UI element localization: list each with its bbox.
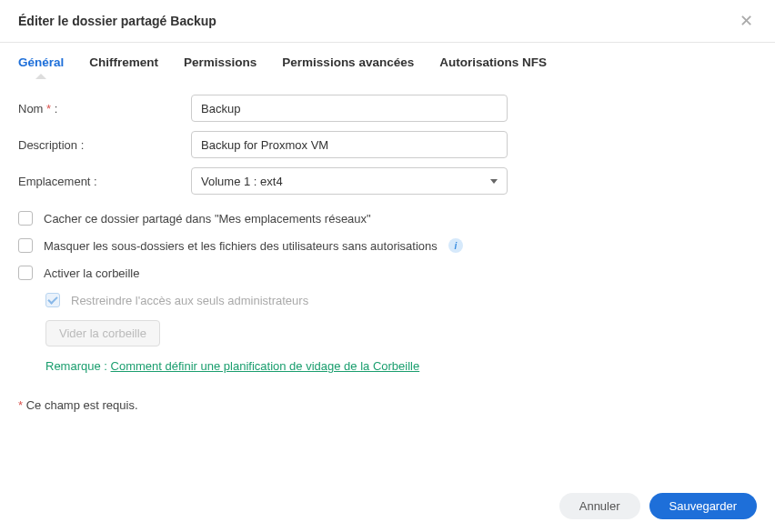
label-name-colon: : — [55, 102, 58, 115]
close-icon[interactable]: ✕ — [736, 13, 757, 29]
recycle-subsection: Restreindre l'accès aux seuls administra… — [45, 293, 757, 373]
chevron-down-icon — [490, 179, 498, 184]
tab-bar: Général Chiffrement Permissions Permissi… — [0, 43, 775, 78]
tab-nfs[interactable]: Autorisations NFS — [439, 55, 547, 78]
checkbox-restrict-admin — [45, 293, 60, 307]
required-star: * — [46, 102, 51, 115]
row-hide-subfolders: Masquer les sous-dossiers et les fichier… — [18, 238, 757, 253]
location-select-value: Volume 1 : ext4 — [201, 175, 283, 188]
checkbox-recycle[interactable] — [18, 266, 33, 280]
label-hide-network: Cacher ce dossier partagé dans "Mes empl… — [44, 212, 371, 226]
dialog-footer: Annuler Sauvegarder — [0, 482, 775, 532]
row-description: Description : — [18, 131, 757, 158]
required-note-text: Ce champ est requis. — [23, 398, 137, 412]
remark-prefix: Remarque : — [45, 359, 111, 373]
tab-content-general: Nom * : Description : Emplacement : Volu… — [0, 78, 775, 412]
label-location: Emplacement : — [18, 175, 191, 188]
row-location: Emplacement : Volume 1 : ext4 — [18, 167, 757, 195]
cancel-button[interactable]: Annuler — [559, 493, 640, 519]
tab-advanced-permissions[interactable]: Permissions avancées — [282, 55, 414, 78]
dialog-header: Éditer le dossier partagé Backup ✕ — [0, 0, 775, 43]
save-button[interactable]: Sauvegarder — [649, 493, 757, 519]
description-input[interactable] — [191, 131, 508, 158]
row-restrict-admin: Restreindre l'accès aux seuls administra… — [45, 293, 757, 307]
label-name-text: Nom — [18, 102, 43, 115]
label-hide-subfolders: Masquer les sous-dossiers et les fichier… — [44, 239, 438, 253]
row-hide-network: Cacher ce dossier partagé dans "Mes empl… — [18, 211, 757, 226]
tab-permissions[interactable]: Permissions — [184, 55, 257, 78]
row-recycle: Activer la corbeille — [18, 266, 757, 280]
tab-encryption[interactable]: Chiffrement — [89, 55, 158, 78]
info-icon[interactable]: i — [448, 238, 463, 253]
checkbox-hide-subfolders[interactable] — [18, 238, 33, 253]
label-recycle: Activer la corbeille — [44, 266, 140, 280]
location-select[interactable]: Volume 1 : ext4 — [191, 167, 508, 195]
row-name: Nom * : — [18, 95, 757, 122]
label-restrict-admin: Restreindre l'accès aux seuls administra… — [71, 294, 308, 307]
remark-line: Remarque : Comment définir une planifica… — [45, 359, 757, 373]
dialog-title: Éditer le dossier partagé Backup — [18, 14, 216, 28]
empty-trash-button: Vider la corbeille — [45, 320, 160, 346]
remark-link[interactable]: Comment définir une planification de vid… — [111, 359, 420, 373]
checkbox-hide-network[interactable] — [18, 211, 33, 226]
label-name: Nom * : — [18, 102, 191, 115]
name-input[interactable] — [191, 95, 508, 122]
label-description: Description : — [18, 138, 191, 152]
required-note: * Ce champ est requis. — [18, 398, 757, 412]
tab-general[interactable]: Général — [18, 55, 64, 78]
